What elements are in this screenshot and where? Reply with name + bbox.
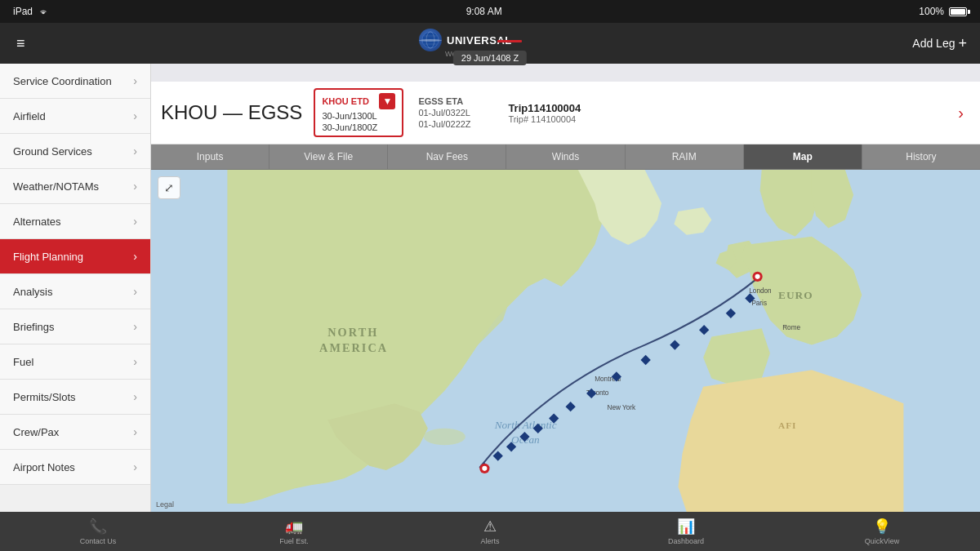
eta-zulu: 01-Jul/0222Z [418, 119, 487, 129]
date-badge: 29 Jun/1408 Z [453, 51, 527, 65]
svg-text:New York: New York [608, 404, 636, 411]
bottom-item-contact-us[interactable]: 📞 Contact Us [0, 518, 196, 545]
sidebar-label: Fuel [13, 356, 33, 368]
status-time: 9:08 AM [466, 6, 502, 17]
tab-nav-fees[interactable]: Nav Fees [388, 144, 506, 169]
sidebar-item-ground-services[interactable]: Ground Services › [0, 134, 150, 169]
bottom-item-dashboard[interactable]: 📊 Dashboard [588, 518, 784, 545]
map-area: North Atlantic Ocean NORTH AMERICA EURO … [151, 170, 980, 512]
chevron-right-icon: › [133, 180, 137, 193]
tab-inputs[interactable]: Inputs [151, 144, 270, 169]
logo-accent-line [497, 40, 522, 42]
svg-point-6 [424, 429, 466, 445]
bottom-bar: 📞 Contact Us 🚛 Fuel Est. ⚠ Alerts 📊 Dash… [0, 512, 980, 551]
wifi-icon [38, 7, 49, 16]
add-leg-button[interactable]: Add Leg + [912, 35, 967, 52]
trip-id: Trip114100004 [508, 102, 581, 114]
tab-view-file[interactable]: View & File [270, 144, 388, 169]
chevron-right-icon: › [133, 109, 137, 122]
chevron-right-icon: › [133, 285, 137, 298]
sidebar-item-airfield[interactable]: Airfield › [0, 99, 150, 134]
chevron-right-icon: › [133, 355, 137, 368]
svg-text:EURO: EURO [778, 289, 813, 301]
etd-local: 30-Jun/1300L [322, 111, 395, 121]
bottom-item-quickview[interactable]: 💡 QuickView [784, 518, 980, 545]
battery-fill [951, 9, 965, 15]
sidebar-label: Airfield [13, 110, 46, 122]
map-legal: Legal [156, 500, 174, 509]
sidebar-label: Permits/Slots [13, 391, 76, 403]
fuel-est-icon: 🚛 [285, 518, 303, 535]
map-svg: North Atlantic Ocean NORTH AMERICA EURO … [151, 170, 980, 512]
trip-sub: Trip# 114100004 [508, 114, 581, 124]
content-area: KHOU — EGSS KHOU ETD ▼ 30-Jun/1300L 30-J… [151, 82, 980, 512]
etd-zulu: 30-Jun/1800Z [322, 122, 395, 132]
sidebar-item-fuel[interactable]: Fuel › [0, 344, 150, 380]
svg-text:London: London [749, 287, 771, 295]
main-layout: Service Coordination › Airfield › Ground… [0, 64, 980, 512]
sidebar: Service Coordination › Airfield › Ground… [0, 64, 151, 512]
sidebar-label: Analysis [13, 286, 52, 298]
sidebar-item-service-coordination[interactable]: Service Coordination › [0, 64, 150, 99]
tab-raim[interactable]: RAIM [626, 144, 744, 169]
sidebar-item-weather-notams[interactable]: Weather/NOTAMs › [0, 169, 150, 204]
svg-point-37 [755, 274, 760, 279]
svg-text:Paris: Paris [751, 300, 767, 307]
sidebar-label: Airport Notes [13, 461, 75, 473]
contact-us-label: Contact Us [80, 537, 117, 545]
logo-globe [419, 29, 442, 51]
sidebar-label: Briefings [13, 321, 55, 333]
sidebar-label: Service Coordination [13, 75, 112, 87]
contact-us-icon: 📞 [89, 518, 107, 535]
status-bar-left: iPad [13, 6, 49, 17]
device-frame: iPad 9:08 AM 100% ≡ [0, 0, 980, 551]
sidebar-label: Flight Planning [13, 251, 83, 263]
quickview-icon: 💡 [873, 518, 891, 535]
tab-map[interactable]: Map [744, 144, 862, 169]
chevron-right-icon: › [133, 74, 137, 87]
status-bar: iPad 9:08 AM 100% [0, 0, 980, 23]
menu-button[interactable]: ≡ [13, 32, 29, 56]
flight-route: KHOU — EGSS [161, 101, 302, 124]
chevron-right-icon: › [133, 215, 137, 228]
eta-label: EGSS ETA [418, 96, 487, 106]
eta-local: 01-Jul/0322L [418, 108, 487, 118]
fullscreen-button[interactable]: ⤢ [158, 176, 180, 199]
bottom-item-alerts[interactable]: ⚠ Alerts [392, 518, 588, 545]
chevron-right-icon: › [133, 144, 137, 158]
sidebar-item-briefings[interactable]: Briefings › [0, 309, 150, 344]
dashboard-icon: 📊 [677, 518, 695, 535]
svg-text:AFI: AFI [778, 420, 796, 430]
flight-info-bar: KHOU — EGSS KHOU ETD ▼ 30-Jun/1300L 30-J… [151, 82, 980, 144]
etd-dropdown[interactable]: ▼ [379, 93, 395, 109]
tab-history[interactable]: History [862, 144, 980, 169]
chevron-right-icon: › [133, 425, 137, 438]
sidebar-item-permits-slots[interactable]: Permits/Slots › [0, 380, 150, 415]
device-name: iPad [13, 6, 33, 17]
dashboard-label: Dashboard [668, 537, 704, 545]
sidebar-item-crew-pax[interactable]: Crew/Pax › [0, 415, 150, 450]
chevron-right-icon: › [133, 390, 137, 403]
tab-winds[interactable]: Winds [506, 144, 625, 169]
quickview-label: QuickView [865, 537, 899, 545]
sidebar-label: Ground Services [13, 145, 92, 158]
svg-point-0 [422, 32, 439, 48]
trip-chevron: › [958, 104, 964, 122]
sidebar-item-flight-planning[interactable]: Flight Planning › [0, 239, 150, 274]
sidebar-label: Alternates [13, 216, 61, 228]
svg-text:AMERICA: AMERICA [319, 341, 388, 354]
svg-text:Rome: Rome [782, 324, 800, 331]
chevron-right-icon: › [133, 320, 137, 333]
status-bar-right: 100% [919, 6, 967, 17]
bottom-item-fuel-est[interactable]: 🚛 Fuel Est. [196, 518, 392, 545]
etd-label: KHOU ETD [322, 96, 368, 106]
chevron-right-icon: › [133, 460, 137, 473]
sidebar-item-alternates[interactable]: Alternates › [0, 204, 150, 239]
sidebar-label: Crew/Pax [13, 426, 59, 438]
tabs-bar: InputsView & FileNav FeesWindsRAIMMapHis… [151, 144, 980, 170]
trip-box[interactable]: Trip114100004 Trip# 114100004 › [501, 99, 970, 127]
sidebar-item-airport-notes[interactable]: Airport Notes › [0, 450, 150, 485]
chevron-right-icon: › [133, 250, 137, 263]
sidebar-item-analysis[interactable]: Analysis › [0, 274, 150, 309]
sidebar-label: Weather/NOTAMs [13, 180, 99, 193]
